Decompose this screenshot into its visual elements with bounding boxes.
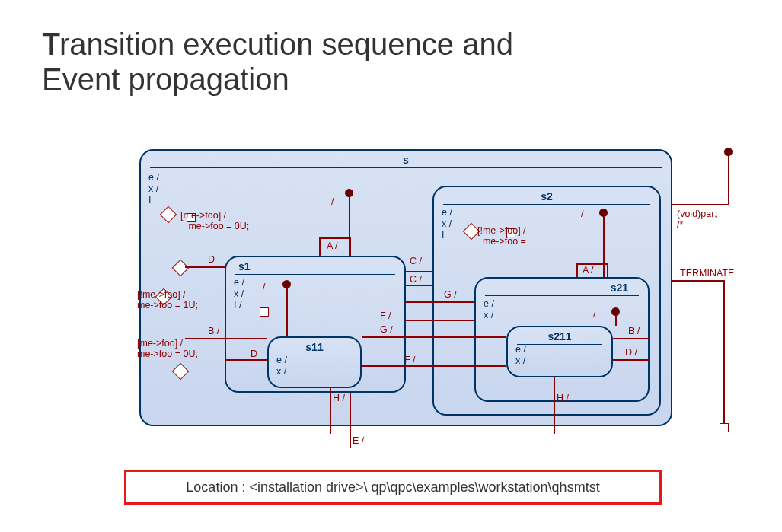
label-voidpar: (void)par; /* [677,209,717,230]
line-a-s21-r [607,263,608,277]
label-slash2: / [581,209,583,219]
line-a-s1-top [319,237,351,239]
line-h2 [554,377,555,434]
label-b2: B / [628,326,640,336]
line-e [350,393,351,448]
label-f2: F / [404,355,416,365]
label-d2: D [251,349,257,359]
label-e: E / [353,435,364,446]
label-a1: A / [327,241,338,251]
label-h2: H / [557,393,569,403]
title-line-1: Transition execution sequence and [42,27,513,61]
initial-dot-top [345,189,353,197]
line-h1 [330,388,331,434]
line-f2 [362,365,506,367]
state-s211-entry: e / x / [515,344,526,367]
state-s211: s211 e / x / [506,326,613,377]
line-terminate [723,280,725,423]
guard-1: [me->foo] / me->foo = 0U; [180,210,249,231]
label-d1: D [208,254,215,265]
label-b1: B / [208,326,219,336]
initial-dot-s2 [599,209,608,217]
slide: Transition execution sequence and Event … [0,0,782,532]
line-b2 [613,338,650,339]
state-s1-name: s1 [235,260,395,275]
label-g1: G / [444,289,457,300]
initial-dot-s21 [611,307,620,316]
location-text: Location : <installation drive>\ qp\qpc\… [186,479,599,495]
statechart-diagram: s e / x / I s1 e / x / I / s11 e / x / s… [139,149,672,454]
line-c1 [406,271,432,272]
title-line-2: Event propagation [42,62,289,96]
line-g2 [362,336,506,338]
state-s-name: s [150,154,662,168]
label-g2: G / [380,324,393,335]
line-init-s21 [615,316,617,326]
square-terminate [720,423,729,432]
state-s21-entry: e / x / [484,298,494,321]
line-f1 [406,320,474,321]
label-c2: C / [410,274,422,285]
guard-2: [!me->foo] / me->foo = 1U; [137,289,198,311]
line-a-s1-l [319,237,321,256]
line-d2 [225,359,267,361]
state-s2-name: s2 [443,190,650,205]
line-init-s2 [603,217,605,277]
line-d1 [185,266,225,268]
slide-title: Transition execution sequence and Event … [42,27,513,97]
state-s-entry: e / x / I [148,172,159,206]
line-a-s1-r [350,237,351,256]
state-s1-entry: e / x / I / [234,277,244,311]
line-c2 [406,285,432,286]
location-box: Location : <installation drive>\ qp\qpc\… [124,470,662,505]
label-a2: A / [583,265,594,276]
label-c1: C / [410,256,422,266]
initial-dot-external [724,148,733,156]
label-slash4: / [263,282,265,292]
line-ext-init [728,156,729,205]
label-slash1: / [331,196,334,207]
state-s211-name: s211 [517,330,602,345]
guard-4: [!me->foo] / me->foo = [477,225,526,247]
square-2 [260,307,269,317]
label-terminate: TERMINATE [680,268,734,279]
state-s21-name: s21 [485,282,639,296]
line-g1 [406,301,474,303]
label-f1: F / [380,311,391,321]
state-s11-name: s11 [278,341,351,355]
label-d3: D / [625,347,637,358]
line-a-s21-l [576,263,578,277]
state-s11-entry: e / x / [276,355,287,377]
state-s2-entry: e / x / I [442,207,452,241]
line-ext-init-h [672,204,729,205]
line-init-s1 [286,288,288,336]
initial-dot-s1 [282,280,291,288]
guard-3: [me->foo] / me->foo = 0U; [137,338,198,359]
line-d3 [613,359,650,361]
label-h1: H / [333,393,345,403]
line-terminate-h [672,280,724,282]
state-s11: s11 e / x / [267,336,362,388]
label-slash3: / [593,309,595,320]
